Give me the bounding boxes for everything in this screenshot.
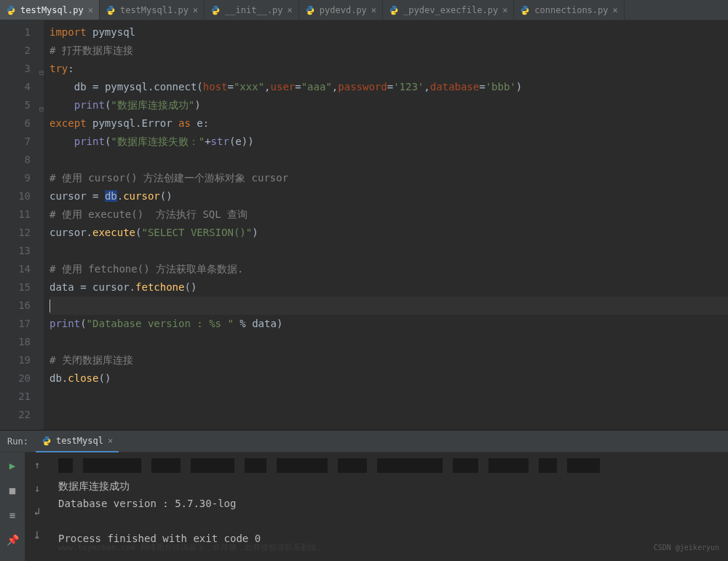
line-number: 15 — [0, 278, 44, 297]
close-icon[interactable]: × — [288, 5, 293, 15]
run-tool-window: Run: testMysql × ▶ ■ ≡ 📌 ↑ ↓ ↲ ⤓ 数据库连接成功… — [0, 430, 728, 561]
editor-tabs: testMysql.py × testMysql1.py × __init__.… — [0, 0, 728, 20]
line-number: 8 — [0, 151, 44, 169]
layout-button[interactable]: ≡ — [5, 508, 20, 522]
code-line — [50, 388, 728, 406]
text-cursor — [50, 299, 50, 313]
code-line — [50, 333, 728, 351]
python-icon — [106, 5, 116, 15]
code-line: db.close() — [50, 369, 728, 388]
code-line — [50, 151, 728, 169]
console-output[interactable]: 数据库连接成功 Database version : 5.7.30-log Pr… — [50, 452, 728, 561]
tab-execfile[interactable]: _pydev_execfile.py × — [383, 0, 514, 20]
code-line: print("Database version : %s " % data) — [50, 315, 728, 333]
watermark: CSDN @jeikeryun — [654, 539, 719, 557]
scroll-to-end-icon[interactable]: ⤓ — [31, 528, 44, 541]
line-number: 5 — [0, 96, 44, 114]
line-number: 3 — [0, 60, 44, 78]
tab-label: pydevd.py — [320, 5, 367, 15]
faint-watermark: www.toymoban.com 网络图片仅供展示，非存储，如有侵权请联系删除。 — [58, 539, 325, 557]
fold-icon[interactable]: ⊟ — [39, 63, 47, 71]
line-number: 17 — [0, 315, 44, 333]
line-number: 6 — [0, 114, 44, 133]
run-tab-label: testMysql — [56, 436, 103, 446]
python-icon — [520, 5, 530, 15]
code-line — [50, 406, 728, 424]
line-number: 13 — [0, 242, 44, 260]
line-number: 16 — [0, 297, 44, 315]
line-number: 19 — [0, 351, 44, 369]
tab-pydevd[interactable]: pydevd.py × — [299, 0, 383, 20]
console-line — [58, 512, 719, 530]
python-icon — [6, 5, 16, 15]
arrow-down-icon[interactable]: ↓ — [31, 482, 44, 495]
code-line: # 使用 execute() 方法执行 SQL 查询 — [50, 205, 728, 224]
code-line: # 使用 fetchone() 方法获取单条数据. — [50, 260, 728, 278]
code-line: ⊟try: — [50, 60, 728, 78]
line-number: 11 — [0, 205, 44, 224]
line-number: 4 — [0, 78, 44, 96]
code-line: # 打开数据库连接 — [50, 42, 728, 60]
code-line: db = pymysql.connect(host="xxx",user="aa… — [50, 78, 728, 96]
close-icon[interactable]: × — [502, 5, 507, 15]
tab-testmysql[interactable]: testMysql.py × — [0, 0, 100, 20]
close-icon[interactable]: × — [193, 5, 198, 15]
code-line-current — [50, 297, 728, 315]
line-number: 9 — [0, 169, 44, 187]
code-line: import pymysql — [50, 23, 728, 42]
line-number: 2 — [0, 42, 44, 60]
close-icon[interactable]: × — [108, 436, 113, 446]
tab-label: connections.py — [534, 5, 608, 15]
line-number: 20 — [0, 369, 44, 388]
line-number: 1 — [0, 23, 44, 42]
close-icon[interactable]: × — [613, 5, 618, 15]
redacted-path — [58, 458, 719, 473]
code-line — [50, 242, 728, 260]
tab-testmysql1[interactable]: testMysql1.py × — [100, 0, 205, 20]
fold-icon[interactable]: ⊟ — [39, 100, 47, 107]
code-line: # 关闭数据库连接 — [50, 351, 728, 369]
close-icon[interactable]: × — [371, 5, 376, 15]
code-editor[interactable]: 1 2 3 4 5 6 7 8 9 10 11 12 13 14 15 16 1… — [0, 20, 728, 430]
line-number: 14 — [0, 260, 44, 278]
run-primary-toolbar: ▶ ■ ≡ 📌 — [0, 452, 25, 561]
tab-label: testMysql1.py — [120, 5, 189, 15]
line-number: 12 — [0, 224, 44, 242]
run-body: ▶ ■ ≡ 📌 ↑ ↓ ↲ ⤓ 数据库连接成功 Database version… — [0, 452, 728, 561]
python-icon — [389, 5, 399, 15]
tab-label: testMysql.py — [20, 5, 84, 15]
tab-init[interactable]: __init__.py × — [205, 0, 299, 20]
line-number: 18 — [0, 333, 44, 351]
code-line: data = cursor.fetchone() — [50, 278, 728, 297]
console-line: 数据库连接成功 — [58, 477, 719, 495]
stop-button[interactable]: ■ — [5, 483, 20, 498]
tab-connections[interactable]: connections.py × — [514, 0, 624, 20]
pin-button[interactable]: 📌 — [5, 533, 20, 547]
python-icon — [41, 436, 52, 446]
python-icon — [305, 5, 315, 15]
rerun-button[interactable]: ▶ — [5, 458, 20, 473]
tab-label: _pydev_execfile.py — [403, 5, 498, 15]
code-line: # 使用 cursor() 方法创建一个游标对象 cursor — [50, 169, 728, 187]
run-secondary-toolbar: ↑ ↓ ↲ ⤓ — [25, 452, 50, 561]
code-line: cursor = db.cursor() — [50, 187, 728, 205]
run-tab[interactable]: testMysql × — [36, 431, 119, 452]
run-label: Run: — [7, 436, 28, 447]
code-line: cursor.execute("SELECT VERSION()") — [50, 224, 728, 242]
close-icon[interactable]: × — [88, 5, 93, 15]
code-line: except pymysql.Error as e: — [50, 114, 728, 133]
run-header: Run: testMysql × — [0, 431, 728, 452]
arrow-up-icon[interactable]: ↑ — [31, 458, 44, 471]
line-number: 10 — [0, 187, 44, 205]
line-number: 21 — [0, 388, 44, 406]
line-number: 22 — [0, 406, 44, 424]
code-line: ⊟ print("数据库连接成功") — [50, 96, 728, 114]
soft-wrap-icon[interactable]: ↲ — [31, 505, 44, 518]
line-number: 7 — [0, 133, 44, 151]
code-line: print("数据库连接失败："+str(e)) — [50, 133, 728, 151]
line-number-gutter: 1 2 3 4 5 6 7 8 9 10 11 12 13 14 15 16 1… — [0, 20, 44, 430]
python-icon — [210, 5, 221, 15]
code-area[interactable]: import pymysql # 打开数据库连接 ⊟try: db = pymy… — [44, 20, 728, 430]
tab-label: __init__.py — [225, 5, 282, 15]
console-line: Database version : 5.7.30-log — [58, 495, 719, 512]
